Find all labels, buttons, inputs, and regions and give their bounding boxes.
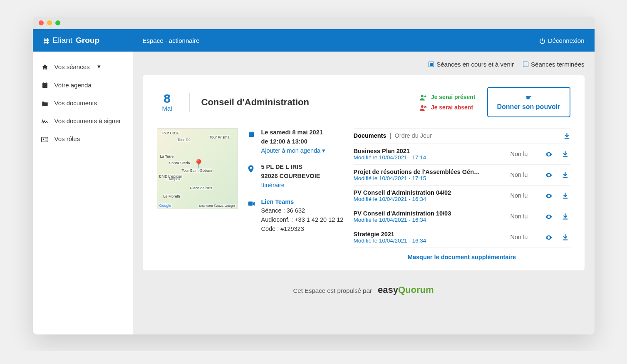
give-power-label: Donner son pouvoir — [497, 103, 560, 111]
id-card-icon — [41, 135, 49, 142]
svg-rect-9 — [46, 82, 46, 84]
power-icon — [539, 37, 545, 44]
hide-extra-document-link[interactable]: Masquer le document supplémentaire — [354, 248, 570, 261]
divider — [189, 93, 190, 112]
give-power-button[interactable]: ☛ Donner son pouvoir — [487, 87, 570, 117]
document-name: Business Plan 2021 — [354, 148, 504, 154]
filter-finished[interactable]: Séances terminées — [523, 61, 584, 68]
document-unread-badge: Non lu — [511, 234, 537, 240]
powered-by-text: Cet Espace est propulsé par — [293, 287, 372, 294]
svg-rect-18 — [250, 131, 250, 133]
session-info: Le samedi 8 mai 2021 de 12:00 à 13:00 Aj… — [248, 128, 344, 261]
user-x-icon — [419, 104, 427, 111]
svg-rect-21 — [564, 138, 569, 139]
brand: Eliant Group — [43, 36, 143, 45]
document-row: Projet de résoutions de l'Assemblées Gén… — [354, 165, 570, 186]
view-document-button[interactable] — [544, 233, 554, 241]
nav-agenda-label: Votre agenda — [55, 82, 92, 89]
document-name: Stratégie 2021 — [354, 231, 504, 238]
document-modified: Modifié le 10/04/2021 - 17:15 — [354, 175, 504, 181]
nav-sign[interactable]: Vos documents à signer — [33, 112, 133, 130]
window-titlebar — [33, 17, 595, 29]
nav-roles-label: Vos rôles — [55, 135, 80, 142]
svg-rect-17 — [249, 132, 254, 134]
document-name: PV Conseil d'Administration 04/02 — [354, 189, 504, 196]
view-document-button[interactable] — [544, 171, 554, 178]
svg-rect-25 — [563, 219, 568, 220]
document-modified: Modifié le 10/04/2021 - 16:34 — [354, 217, 504, 223]
sidebar: Vos séances ▾ Votre agenda Vos documents… — [33, 52, 133, 334]
document-modified: Modifié le 10/04/2021 - 16:34 — [354, 238, 504, 244]
documents-panel: Documents | Ordre du Jour Business Plan … — [354, 128, 570, 261]
brand-left: Eliant — [53, 36, 73, 45]
view-document-button[interactable] — [544, 213, 554, 220]
view-document-button[interactable] — [544, 192, 554, 199]
window-min-dot[interactable] — [47, 20, 52, 25]
itinerary-link[interactable]: Itinéraire — [261, 181, 320, 190]
nav-documents[interactable]: Vos documents — [33, 94, 133, 112]
filter-ongoing[interactable]: Séances en cours et à venir — [429, 61, 514, 68]
audioconf-code: Code : #129323 — [261, 225, 344, 234]
info-video-row: Lien Teams Séance : 36 632 Audioconf. : … — [248, 198, 344, 234]
svg-rect-3 — [45, 38, 45, 44]
easyquorum-logo: easyQuorum — [378, 285, 434, 295]
svg-rect-12 — [45, 139, 47, 139]
logout-button[interactable]: Déconnexion — [539, 37, 585, 44]
window-close-dot[interactable] — [39, 20, 44, 25]
svg-rect-8 — [43, 82, 44, 84]
footer: Cet Espace est propulsé par easyQuorum — [143, 270, 585, 304]
nav-roles[interactable]: Vos rôles — [33, 130, 133, 148]
download-document-button[interactable] — [560, 150, 570, 158]
session-body: 📍 Tour CB16 Tour D2 Tour Prisma La Terre… — [157, 128, 570, 261]
nav-documents-label: Vos documents — [55, 99, 97, 106]
document-row: Stratégie 2021Modifié le 10/04/2021 - 16… — [354, 227, 570, 248]
brand-hash-icon — [43, 36, 50, 45]
session-month: Mai — [157, 105, 178, 112]
download-document-button[interactable] — [560, 233, 570, 241]
svg-rect-1 — [44, 40, 49, 41]
document-unread-badge: Non lu — [511, 171, 537, 178]
layout: Vos séances ▾ Votre agenda Vos documents… — [33, 52, 595, 334]
download-document-button[interactable] — [560, 213, 570, 220]
checkbox-empty-icon — [523, 62, 528, 67]
document-name: Projet de résoutions de l'Assemblées Gén… — [354, 168, 504, 175]
present-button[interactable]: Je serai présent — [419, 93, 476, 100]
app-window: Eliant Group Espace - actionnaire Déconn… — [33, 17, 595, 334]
teams-link[interactable]: Lien Teams — [261, 198, 344, 207]
session-card: 8 Mai Conseil d'Administration Je serai … — [143, 75, 585, 270]
document-name: PV Conseil d'Administration 10/03 — [354, 210, 504, 217]
ordre-du-jour-tab[interactable]: Ordre du Jour — [395, 132, 432, 139]
absent-button[interactable]: Je serai absent — [419, 104, 476, 111]
checkbox-checked-icon — [429, 62, 434, 67]
calendar-icon — [248, 128, 255, 155]
audioconf-number: Audioconf. : +33 1 42 20 12 12 — [261, 215, 344, 225]
svg-rect-10 — [42, 137, 48, 141]
space-label: Espace - actionnaire — [143, 37, 200, 44]
view-document-button[interactable] — [544, 150, 554, 158]
add-to-agenda-link[interactable]: Ajouter à mon agenda ▾ — [261, 146, 326, 156]
logout-label: Déconnexion — [548, 37, 585, 44]
download-document-button[interactable] — [560, 171, 570, 178]
window-max-dot[interactable] — [55, 20, 60, 25]
signature-icon — [41, 117, 49, 124]
svg-point-11 — [43, 139, 45, 140]
hand-point-icon: ☛ — [526, 94, 532, 102]
location-map[interactable]: 📍 Tour CB16 Tour D2 Tour Prisma La Terre… — [157, 128, 238, 209]
nav-agenda[interactable]: Votre agenda — [33, 76, 133, 94]
filter-ongoing-label: Séances en cours et à venir — [436, 61, 514, 68]
document-unread-badge: Non lu — [511, 151, 537, 157]
document-row: Business Plan 2021Modifié le 10/04/2021 … — [354, 144, 570, 165]
nav-seances[interactable]: Vos séances ▾ — [33, 57, 133, 76]
document-modified: Modifié le 10/04/2021 - 16:34 — [354, 196, 504, 202]
session-header: 8 Mai Conseil d'Administration Je serai … — [157, 87, 570, 117]
svg-point-14 — [421, 95, 424, 97]
download-document-button[interactable] — [560, 192, 570, 199]
svg-rect-13 — [45, 140, 47, 140]
present-label: Je serai présent — [431, 94, 476, 100]
folder-icon — [41, 99, 49, 106]
seance-number: Séance : 36 632 — [261, 206, 344, 215]
download-all-button[interactable] — [563, 132, 570, 139]
nav-seances-label: Vos séances — [55, 63, 90, 70]
topbar: Eliant Group Espace - actionnaire Déconn… — [33, 29, 595, 52]
svg-rect-0 — [44, 39, 49, 40]
